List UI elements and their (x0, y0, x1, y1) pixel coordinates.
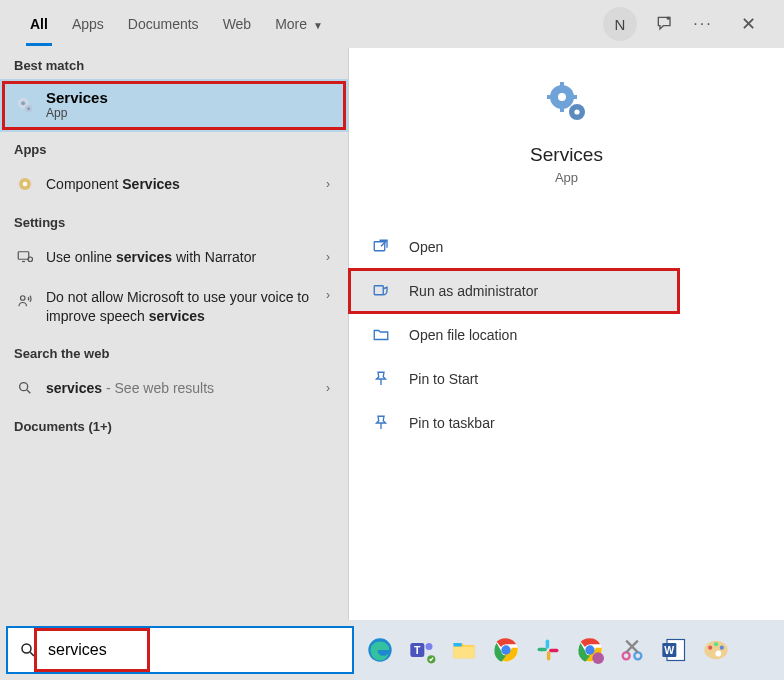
action-run-as-admin[interactable]: Run as administrator (349, 269, 679, 313)
component-services-icon (14, 173, 36, 195)
svg-rect-14 (560, 106, 564, 112)
svg-rect-27 (454, 647, 475, 659)
best-match-subtitle: App (46, 106, 108, 120)
action-pin-to-taskbar[interactable]: Pin to taskbar (349, 401, 784, 445)
settings-result-label: Use online services with Narrator (46, 249, 322, 265)
taskbar-icon-chrome[interactable] (490, 634, 522, 666)
feedback-icon[interactable] (655, 14, 675, 34)
open-icon (369, 235, 393, 259)
svg-rect-28 (454, 643, 462, 647)
svg-rect-13 (560, 82, 564, 88)
search-box[interactable] (6, 626, 354, 674)
search-icon (8, 641, 48, 659)
search-icon (14, 377, 36, 399)
tab-web[interactable]: Web (211, 2, 264, 46)
taskbar-icon-paint[interactable] (700, 634, 732, 666)
svg-point-21 (22, 644, 31, 653)
svg-point-38 (623, 652, 630, 659)
monitor-icon (14, 246, 36, 268)
svg-point-10 (20, 382, 28, 390)
svg-rect-33 (547, 651, 551, 660)
svg-point-12 (558, 93, 566, 101)
tab-more-label: More (275, 16, 307, 32)
apps-result-label: Component Services (46, 176, 322, 192)
documents-header: Documents (1+) (0, 409, 348, 440)
action-label: Pin to Start (409, 371, 478, 387)
svg-text:W: W (664, 644, 674, 656)
svg-point-47 (715, 651, 721, 657)
web-result-label: services - See web results (46, 380, 322, 396)
settings-result-label: Do not allow Microsoft to use your voice… (46, 288, 322, 326)
taskbar-icon-file-explorer[interactable] (448, 634, 480, 666)
gear-icon (14, 94, 36, 116)
action-pin-to-start[interactable]: Pin to Start (349, 357, 784, 401)
svg-point-39 (634, 652, 641, 659)
settings-header: Settings (0, 205, 348, 236)
taskbar: T W (354, 620, 784, 680)
action-label: Run as administrator (409, 283, 538, 299)
web-header: Search the web (0, 336, 348, 367)
taskbar-icon-chrome-profile[interactable] (574, 634, 606, 666)
svg-rect-19 (374, 242, 385, 251)
pin-icon (369, 367, 393, 391)
svg-rect-32 (538, 648, 547, 652)
action-open-file-location[interactable]: Open file location (349, 313, 784, 357)
svg-point-25 (426, 643, 433, 650)
svg-point-0 (667, 17, 670, 20)
best-match-result[interactable]: Services App (0, 79, 348, 132)
taskbar-icon-snipping[interactable] (616, 634, 648, 666)
chevron-right-icon[interactable]: › (322, 250, 334, 264)
bottom-bar: T W (0, 620, 784, 680)
svg-point-44 (708, 646, 712, 650)
admin-shield-icon (369, 279, 393, 303)
taskbar-icon-teams[interactable]: T (406, 634, 438, 666)
tab-apps[interactable]: Apps (60, 2, 116, 46)
svg-point-37 (592, 652, 604, 664)
tab-more[interactable]: More ▼ (263, 2, 335, 46)
svg-rect-15 (547, 95, 553, 99)
preview-pane: Services App Open Run as administrator O… (348, 48, 784, 620)
chevron-down-icon: ▼ (313, 20, 323, 31)
close-button[interactable]: ✕ (731, 9, 766, 39)
svg-rect-20 (374, 286, 383, 295)
svg-point-46 (720, 646, 724, 650)
services-app-icon (543, 78, 591, 126)
more-options-icon[interactable]: ··· (693, 14, 713, 34)
action-label: Open (409, 239, 443, 255)
user-avatar[interactable]: N (603, 7, 637, 41)
svg-rect-34 (549, 649, 558, 653)
web-result[interactable]: services - See web results › (0, 367, 348, 409)
tab-documents[interactable]: Documents (116, 2, 211, 46)
action-label: Open file location (409, 327, 517, 343)
chevron-right-icon[interactable]: › (322, 177, 334, 191)
speech-icon (14, 290, 36, 312)
svg-point-18 (574, 109, 579, 114)
taskbar-icon-slack[interactable] (532, 634, 564, 666)
svg-point-2 (21, 101, 25, 105)
svg-point-30 (501, 645, 510, 654)
apps-result-component-services[interactable]: Component Services › (0, 163, 348, 205)
svg-point-45 (714, 642, 718, 646)
chevron-right-icon[interactable]: › (322, 288, 334, 302)
chevron-right-icon[interactable]: › (322, 381, 334, 395)
svg-rect-16 (571, 95, 577, 99)
settings-result-speech[interactable]: Do not allow Microsoft to use your voice… (0, 278, 348, 336)
results-pane: Best match Services App Apps Component S… (0, 48, 348, 620)
pin-icon (369, 411, 393, 435)
svg-point-9 (21, 296, 26, 301)
settings-result-narrator[interactable]: Use online services with Narrator › (0, 236, 348, 278)
preview-subtitle: App (555, 170, 578, 185)
action-open[interactable]: Open (349, 225, 784, 269)
apps-header: Apps (0, 132, 348, 163)
taskbar-icon-edge[interactable] (364, 634, 396, 666)
search-scope-tabs: All Apps Documents Web More ▼ N ··· ✕ (0, 0, 784, 48)
search-input[interactable] (48, 628, 352, 672)
tab-all[interactable]: All (18, 2, 60, 46)
svg-text:T: T (414, 644, 421, 656)
svg-point-36 (585, 645, 594, 654)
taskbar-icon-word[interactable]: W (658, 634, 690, 666)
svg-rect-7 (18, 252, 29, 260)
best-match-header: Best match (0, 48, 348, 79)
svg-point-4 (27, 107, 30, 110)
svg-point-6 (23, 182, 28, 187)
